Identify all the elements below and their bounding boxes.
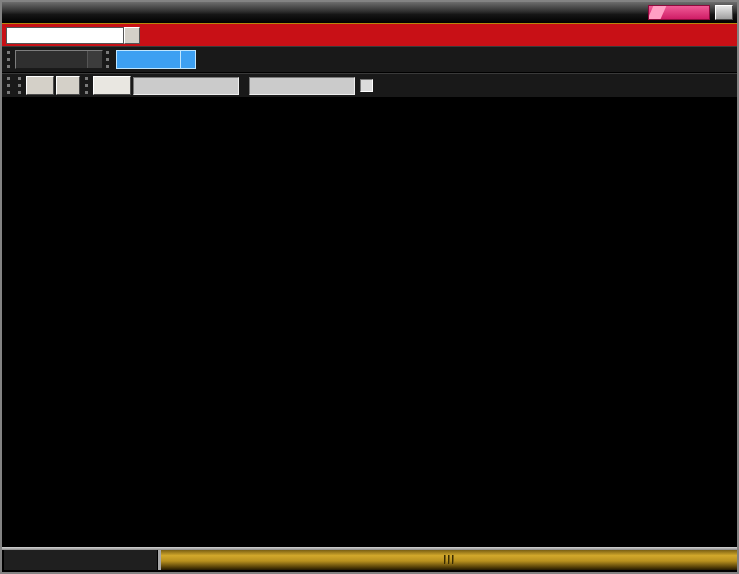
toolbar-main [2, 46, 737, 73]
date-to-field[interactable] [249, 77, 355, 95]
date-from-field[interactable] [133, 77, 239, 95]
toolbar-grip[interactable] [85, 77, 89, 94]
toolbar-grip[interactable] [106, 51, 110, 68]
chart-type-select[interactable] [15, 50, 103, 69]
chart-type-value [16, 51, 87, 68]
scrollbar-grip-icon[interactable] [444, 555, 454, 564]
chevron-down-icon[interactable] [180, 51, 195, 68]
range-scrollbar-thumb[interactable] [158, 550, 739, 570]
hot-button[interactable] [648, 5, 710, 20]
close-button[interactable] [715, 5, 733, 20]
toolbar-indicators [2, 73, 737, 98]
chart-window [0, 0, 739, 574]
stock-code-dropdown-icon[interactable] [124, 27, 140, 44]
price-volume-chart[interactable] [4, 98, 739, 547]
hot-slash-decoration [648, 6, 666, 20]
timeframe-select[interactable] [116, 50, 196, 69]
quote-bar [2, 24, 737, 46]
chart-area[interactable] [4, 98, 739, 547]
period-button[interactable] [93, 76, 131, 95]
range-scrollbar[interactable] [4, 550, 739, 570]
stock-code-combo [6, 27, 140, 44]
toolbar-grip[interactable] [7, 51, 11, 68]
toolbar-grip[interactable] [7, 77, 11, 94]
thumb-edge-decoration [158, 550, 161, 570]
log-scale-button[interactable] [26, 76, 54, 95]
stock-code-input[interactable] [6, 27, 124, 44]
export-arrow-button[interactable] [56, 76, 80, 95]
titlebar[interactable] [2, 2, 737, 24]
timeframe-value [117, 51, 180, 68]
chevron-down-icon[interactable] [87, 51, 102, 68]
period-checkbox[interactable] [360, 79, 373, 92]
toolbar-grip[interactable] [18, 77, 22, 94]
range-scrollbar-track[interactable] [4, 550, 158, 570]
